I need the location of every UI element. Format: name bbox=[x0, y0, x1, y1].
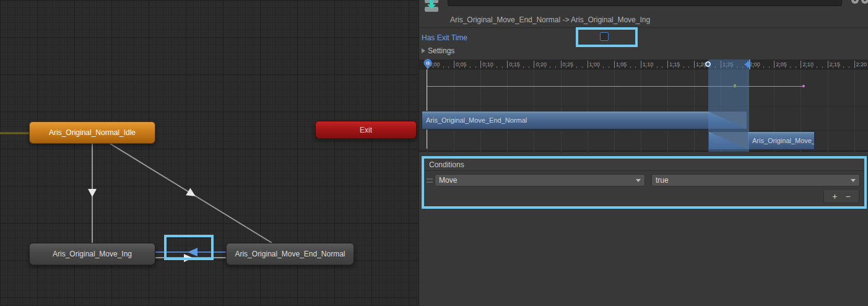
ruler-minor-tick bbox=[763, 66, 764, 68]
timeline-ruler[interactable]: 0:000:050:100:150:200:251:001:051:101:15… bbox=[419, 59, 868, 69]
ruler-minor-tick bbox=[582, 66, 583, 68]
ruler-minor-tick bbox=[571, 66, 572, 68]
transition-icon bbox=[424, 0, 439, 12]
ruler-minor-tick bbox=[700, 66, 700, 68]
ruler-minor-tick bbox=[550, 66, 550, 68]
transition-start-handle[interactable] bbox=[705, 61, 711, 67]
ruler-minor-tick bbox=[433, 66, 433, 68]
timeline-body[interactable]: Aris_Original_Move_End_Normal Aris_Origi… bbox=[419, 69, 868, 152]
condition-parameter-value: Move bbox=[439, 176, 457, 185]
remove-condition-button[interactable]: − bbox=[846, 191, 851, 202]
ruler-minor-tick bbox=[678, 66, 679, 68]
ruler-tick bbox=[667, 61, 668, 68]
ruler-tick bbox=[801, 61, 801, 68]
timeline-gridline bbox=[854, 69, 855, 152]
ruler-minor-tick bbox=[688, 66, 689, 68]
timeline-bar-source[interactable]: Aris_Original_Move_End_Normal bbox=[422, 111, 747, 129]
ruler-minor-tick bbox=[518, 66, 519, 68]
ruler-tick bbox=[854, 61, 855, 68]
ruler-minor-tick bbox=[843, 66, 844, 68]
ruler-minor-tick bbox=[849, 66, 849, 68]
ruler-minor-tick bbox=[684, 66, 684, 68]
ruler-minor-tick bbox=[529, 66, 529, 68]
ruler-minor-tick bbox=[651, 66, 652, 68]
has-exit-time-label: Has Exit Time bbox=[422, 33, 467, 42]
ruler-tick bbox=[561, 61, 562, 68]
row-separator bbox=[419, 106, 868, 107]
state-label: Aris_Original_Move_Ing bbox=[53, 250, 132, 258]
ruler-minor-tick bbox=[448, 66, 449, 68]
ruler-minor-tick bbox=[555, 66, 556, 68]
ruler-minor-tick bbox=[598, 66, 599, 68]
ruler-minor-tick bbox=[523, 66, 524, 68]
ruler-minor-tick bbox=[566, 66, 566, 68]
ruler-minor-tick bbox=[838, 66, 839, 68]
foldout-triangle-icon bbox=[422, 48, 425, 53]
ruler-tick bbox=[828, 61, 828, 68]
state-label: Exit bbox=[360, 126, 372, 134]
condition-value: true bbox=[656, 176, 669, 185]
ruler-minor-tick bbox=[758, 66, 758, 68]
exit-time-marker-bar[interactable] bbox=[749, 59, 750, 69]
playhead-line[interactable] bbox=[427, 69, 427, 149]
ruler-minor-tick bbox=[513, 66, 513, 68]
ruler-minor-tick bbox=[630, 66, 631, 68]
condition-parameter-dropdown[interactable]: Move bbox=[435, 174, 645, 186]
timeline-gridline bbox=[828, 69, 828, 152]
ruler-minor-tick bbox=[470, 66, 471, 68]
condition-value-dropdown[interactable]: true bbox=[651, 174, 860, 186]
transition-end-marker[interactable] bbox=[802, 85, 805, 87]
add-condition-button[interactable]: + bbox=[832, 191, 837, 202]
animator-graph-canvas[interactable]: Aris_Original_Normal_Idle Exit Aris_Orig… bbox=[0, 0, 419, 306]
ruler-tick bbox=[534, 61, 534, 68]
ruler-minor-tick bbox=[475, 66, 476, 68]
ruler-minor-tick bbox=[592, 66, 593, 68]
row-separator bbox=[419, 130, 868, 131]
settings-foldout[interactable]: Settings bbox=[422, 46, 454, 55]
transition-name-field[interactable] bbox=[448, 0, 842, 6]
ruler-tick-label: 2:20 bbox=[856, 61, 867, 68]
state-node-exit[interactable]: Exit bbox=[315, 121, 417, 139]
ruler-minor-tick bbox=[817, 66, 817, 68]
ruler-tick bbox=[641, 61, 641, 68]
ruler-minor-tick bbox=[806, 66, 807, 68]
gear-icon[interactable] bbox=[851, 0, 859, 4]
drag-handle-icon[interactable] bbox=[427, 178, 433, 183]
ruler-minor-tick bbox=[497, 66, 497, 68]
chevron-down-icon bbox=[851, 179, 856, 182]
ruler-minor-tick bbox=[779, 66, 780, 68]
condition-row[interactable]: Move true bbox=[424, 172, 864, 190]
transition-range-selection[interactable] bbox=[708, 59, 749, 152]
ruler-minor-tick bbox=[609, 66, 609, 68]
ruler-minor-tick bbox=[545, 66, 545, 68]
transition-highlight-box bbox=[164, 235, 214, 260]
ruler-minor-tick bbox=[673, 66, 674, 68]
ruler-minor-tick bbox=[625, 66, 625, 68]
ruler-minor-tick bbox=[646, 66, 646, 68]
ruler-minor-tick bbox=[833, 66, 833, 68]
ruler-minor-tick bbox=[603, 66, 604, 68]
ruler-tick bbox=[507, 61, 508, 68]
ruler-tick bbox=[694, 61, 695, 68]
ruler-minor-tick bbox=[822, 66, 823, 68]
ruler-minor-tick bbox=[662, 66, 662, 68]
bar-label: Aris_Original_Move_Ing bbox=[752, 137, 815, 144]
ruler-tick bbox=[614, 61, 615, 68]
transition-title: Aris_Original_Move_End_Normal -> Aris_Or… bbox=[450, 15, 650, 24]
state-node-normal-idle[interactable]: Aris_Original_Normal_Idle bbox=[29, 121, 155, 144]
help-icon[interactable] bbox=[861, 0, 868, 4]
arrow-diagonal-icon bbox=[186, 188, 197, 199]
ruler-minor-tick bbox=[539, 66, 540, 68]
ruler-minor-tick bbox=[705, 66, 705, 68]
chevron-down-icon bbox=[636, 179, 641, 182]
state-label: Aris_Original_Normal_Idle bbox=[49, 128, 136, 137]
ruler-minor-tick bbox=[443, 66, 444, 68]
state-node-move-ing[interactable]: Aris_Original_Move_Ing bbox=[29, 243, 155, 265]
conditions-list-footer: + − bbox=[823, 190, 859, 203]
ruler-minor-tick bbox=[796, 66, 796, 68]
ruler-minor-tick bbox=[464, 66, 465, 68]
state-node-move-end-normal[interactable]: Aris_Original_Move_End_Normal bbox=[226, 243, 354, 265]
conditions-header: Conditions bbox=[424, 159, 864, 171]
unity-animator-window: Aris_Original_Normal_Idle Exit Aris_Orig… bbox=[0, 0, 868, 306]
ruler-minor-tick bbox=[657, 66, 658, 68]
